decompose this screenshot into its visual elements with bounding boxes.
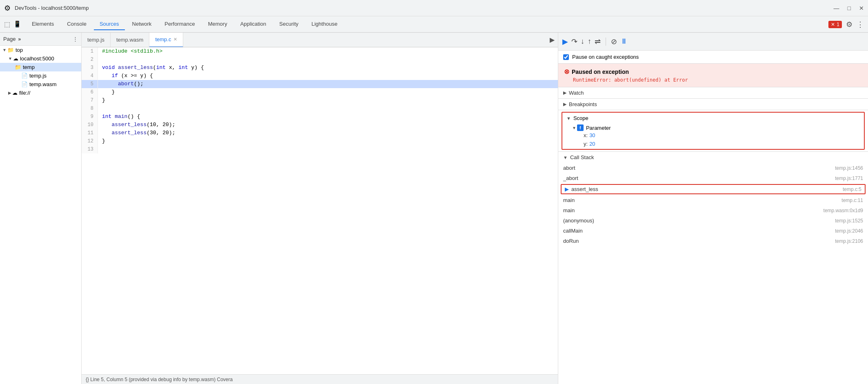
- breakpoints-arrow-icon: ▶: [563, 102, 566, 107]
- step-over-button[interactable]: ↷: [571, 37, 577, 46]
- step-button[interactable]: ⇌: [595, 37, 601, 46]
- anon-file: temp.js:1525: [835, 218, 863, 224]
- doRun-label: doRun: [563, 238, 579, 244]
- dbg-sep-1: [606, 38, 606, 46]
- code-area[interactable]: 1 #include <stdlib.h> 2 3 void assert_le…: [82, 47, 558, 374]
- tab-lighthouse[interactable]: Lighthouse: [306, 18, 343, 30]
- sidebar-item-top[interactable]: ▼ 📁 top: [0, 46, 81, 54]
- stack-row-abort[interactable]: abort temp.js:1456: [558, 163, 868, 173]
- scope-parameter-row: ▼ f Parameter x: 30 y: 20: [562, 124, 864, 149]
- callstack-label: Call Stack: [570, 154, 594, 160]
- stack-row-main1[interactable]: main temp.c:11: [558, 195, 868, 205]
- assert_less-file: temp.c:5: [843, 186, 861, 192]
- breakpoints-header[interactable]: ▶ Breakpoints: [558, 99, 868, 110]
- tab-console[interactable]: Console: [61, 18, 92, 30]
- code-line-7: 7 }: [82, 96, 558, 104]
- breakpoints-section: ▶ Breakpoints: [558, 99, 868, 110]
- cloud-icon: ☁: [13, 55, 18, 62]
- deactivate-breakpoints-button[interactable]: ⊘: [611, 37, 617, 46]
- code-line-1: 1 #include <stdlib.h>: [82, 47, 558, 55]
- stack-row-anon[interactable]: (anonymous) temp.js:1525: [558, 215, 868, 226]
- watch-header[interactable]: ▶ Watch: [558, 87, 868, 98]
- error-badge[interactable]: ✕ 1: [828, 21, 842, 28]
- _abort-file: temp.js:1771: [835, 175, 863, 181]
- tab-elements[interactable]: Elements: [26, 18, 60, 30]
- tab-application[interactable]: Application: [235, 18, 272, 30]
- src-tab-tempjs[interactable]: temp.js: [82, 33, 111, 47]
- code-line-5: 5 abort();: [82, 80, 558, 88]
- scope-arrow-icon: ▼: [566, 116, 571, 121]
- file-wasm-icon: 📄: [21, 81, 28, 87]
- parameter-row[interactable]: ▼ f Parameter: [572, 124, 860, 131]
- pause-caught-checkbox[interactable]: [563, 54, 569, 60]
- pause-exceptions-button[interactable]: ⏸: [620, 37, 628, 46]
- tempc-tab-label: temp.c: [155, 36, 171, 42]
- param-x-label: x:: [584, 132, 588, 138]
- tab-security[interactable]: Security: [273, 18, 304, 30]
- tab-network[interactable]: Network: [127, 18, 158, 30]
- sidebar-item-tempjs[interactable]: 📄 temp.js: [0, 71, 81, 80]
- arrow-down-icon2: ▼: [8, 56, 12, 61]
- file-js-icon: 📄: [21, 73, 28, 79]
- device-icon[interactable]: 📱: [13, 20, 21, 28]
- watch-label: Watch: [569, 90, 584, 96]
- pause-caught-label: Pause on caught exceptions: [572, 54, 639, 60]
- sidebar-item-tempwasm[interactable]: 📄 temp.wasm: [0, 80, 81, 89]
- param-y-label: y:: [584, 141, 588, 147]
- sidebar-menu-icon[interactable]: ⋮: [73, 36, 78, 42]
- code-line-4: 4 if (x >= y) {: [82, 72, 558, 80]
- temp-label: temp: [23, 64, 35, 70]
- source-tabs: temp.js temp.wasm temp.c ✕ ▶: [82, 33, 558, 47]
- settings-icon[interactable]: ⚙: [846, 20, 852, 29]
- step-out-button[interactable]: ↑: [588, 37, 591, 46]
- window-controls: — □ ✕: [834, 5, 864, 11]
- stack-row-doRun[interactable]: doRun temp.js:2106: [558, 236, 868, 246]
- callstack-arrow-icon: ▼: [563, 155, 568, 160]
- src-tab-tempwasm[interactable]: temp.wasm: [111, 33, 149, 47]
- code-line-6: 6 }: [82, 88, 558, 96]
- anon-label: (anonymous): [563, 218, 594, 224]
- statusbar: {} Line 5, Column 5 (provided via debug …: [82, 374, 558, 384]
- error-box: ⊗ Paused on exception RuntimeError: abor…: [558, 64, 868, 87]
- statusbar-text: {} Line 5, Column 5 (provided via debug …: [86, 377, 233, 382]
- scope-box: ▼ Scope ▼ f Parameter x: 30 y: 20: [562, 112, 865, 150]
- error-title-text: Paused on exception: [572, 69, 629, 75]
- tab-sources[interactable]: Sources: [94, 18, 125, 30]
- src-tab-tempc[interactable]: temp.c ✕: [149, 33, 183, 47]
- code-line-11: 11 assert_less(30, 20);: [82, 129, 558, 137]
- close-button[interactable]: ✕: [859, 5, 864, 11]
- tab-memory[interactable]: Memory: [202, 18, 233, 30]
- tempwasm-tab-label: temp.wasm: [116, 37, 143, 43]
- watch-arrow-icon: ▶: [563, 90, 566, 95]
- stack-row-callMain[interactable]: callMain temp.js:2046: [558, 226, 868, 236]
- sidebar-item-localhost[interactable]: ▼ ☁ localhost:5000: [0, 54, 81, 63]
- source-format-icon[interactable]: ▶: [550, 36, 555, 44]
- code-line-12: 12 }: [82, 137, 558, 145]
- inspect-icon[interactable]: ⬚: [4, 20, 10, 28]
- param-y-row: y: 20: [572, 140, 860, 148]
- scope-header[interactable]: ▼ Scope: [562, 113, 864, 124]
- maximize-button[interactable]: □: [848, 5, 851, 11]
- arrow-param-icon: ▼: [572, 126, 576, 130]
- resume-button[interactable]: ▶: [562, 37, 568, 46]
- tempc-close-icon[interactable]: ✕: [173, 37, 177, 42]
- arrow-icon-file: ▶: [8, 91, 11, 95]
- stack-row-main2[interactable]: main temp.wasm:0x1d9: [558, 205, 868, 215]
- stack-row-_abort[interactable]: _abort temp.js:1771: [558, 173, 868, 183]
- sidebar-item-temp[interactable]: 📁 temp: [0, 63, 81, 71]
- main1-file: temp.c:11: [841, 198, 863, 203]
- menu-icon[interactable]: ⋮: [857, 20, 864, 29]
- sidebar-item-file[interactable]: ▶ ☁ file://: [0, 89, 81, 97]
- tempjs-tab-label: temp.js: [87, 37, 104, 43]
- pause-exception-bar: Pause on caught exceptions: [558, 51, 868, 64]
- step-into-button[interactable]: ↓: [581, 37, 584, 46]
- minimize-button[interactable]: —: [834, 5, 839, 11]
- callstack-header[interactable]: ▼ Call Stack: [558, 152, 868, 163]
- expand-icon[interactable]: »: [18, 36, 21, 42]
- stack-row-assert_less[interactable]: ▶ assert_less temp.c:5: [561, 184, 866, 194]
- nav-right: ✕ 1 ⚙ ⋮: [828, 20, 864, 29]
- tab-performance[interactable]: Performance: [159, 18, 200, 30]
- navbar: ⬚ 📱 Elements Console Sources Network Per…: [0, 16, 868, 33]
- error-title: ⊗ Paused on exception: [564, 68, 862, 75]
- page-label: Page: [3, 36, 16, 42]
